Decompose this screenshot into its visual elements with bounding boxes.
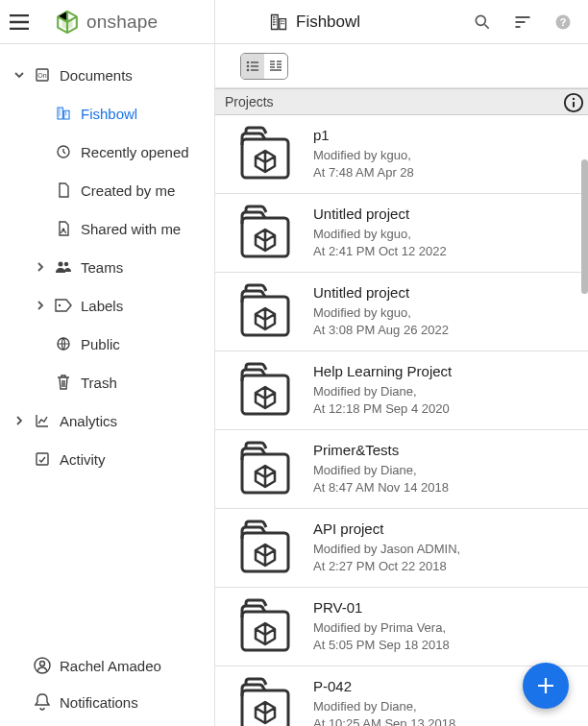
sidebar-item-shared-with-me[interactable]: Shared with me <box>0 209 214 248</box>
project-modified-by: Modified by kguo, <box>313 304 449 322</box>
project-modified-at: At 10:25 AM Sep 13 2018 <box>313 715 455 726</box>
project-row[interactable]: Help Learning ProjectModified by Diane,A… <box>215 351 588 430</box>
project-name: Untitled project <box>313 206 447 222</box>
svg-point-19 <box>573 98 575 100</box>
project-name: PRV-01 <box>313 599 450 616</box>
sidebar-item-label: Created by me <box>81 182 175 199</box>
sidebar-item-recently-opened[interactable]: Recently opened <box>0 133 214 171</box>
sidebar-item-labels[interactable]: Labels <box>0 286 214 325</box>
project-row[interactable]: Untitled projectModified by kguo,At 3:08… <box>215 273 588 351</box>
project-row[interactable]: API projectModified by Jason ADMIN,At 2:… <box>215 509 588 588</box>
svg-point-9 <box>64 262 68 266</box>
activity-icon <box>31 451 54 467</box>
project-folder-icon <box>236 283 294 341</box>
breadcrumb[interactable]: Fishbowl <box>269 12 471 32</box>
sidebar-item-label: Labels <box>81 298 123 314</box>
project-modified-at: At 2:41 PM Oct 12 2022 <box>313 243 447 260</box>
project-modified-by: Modified by Diane, <box>313 383 452 400</box>
svg-point-16 <box>247 64 250 67</box>
project-folder-icon <box>236 441 294 498</box>
sidebar-item-label: Fishbowl <box>81 106 137 122</box>
project-folder-icon <box>236 677 294 727</box>
project-modified-by: Modified by Prima Vera, <box>313 619 450 637</box>
sidebar-item-label: Trash <box>81 375 117 391</box>
project-modified-at: At 5:05 PM Sep 18 2018 <box>313 637 450 654</box>
plus-icon <box>535 675 556 696</box>
sidebar-item-label: Documents <box>60 67 133 84</box>
project-folder-icon <box>236 520 294 577</box>
section-header: Projects <box>215 88 588 115</box>
chevron-down-icon <box>8 69 31 81</box>
svg-point-10 <box>59 304 61 306</box>
project-name: p1 <box>313 127 414 143</box>
sidebar-item-label: Public <box>81 336 120 352</box>
view-toggle[interactable] <box>240 53 288 80</box>
section-header-label: Projects <box>225 94 274 109</box>
sidebar: On Documents Fishbowl Recently opened Cr… <box>0 44 215 726</box>
project-folder-icon <box>236 598 294 656</box>
sidebar-item-label: Teams <box>81 259 123 276</box>
svg-text:On: On <box>37 72 46 79</box>
help-icon[interactable]: ? <box>551 11 575 34</box>
svg-point-17 <box>247 68 250 71</box>
sidebar-item-activity[interactable]: Activity <box>0 440 214 478</box>
brand-name: onshape <box>86 12 158 33</box>
svg-point-14 <box>40 662 45 666</box>
create-button[interactable] <box>523 663 569 709</box>
onshape-logo-icon <box>54 9 81 36</box>
sidebar-item-analytics[interactable]: Analytics <box>0 401 214 440</box>
notifications-label: Notifications <box>60 694 138 711</box>
page-title: Fishbowl <box>296 12 360 32</box>
svg-point-15 <box>247 60 250 63</box>
sidebar-item-documents[interactable]: On Documents <box>0 56 214 94</box>
svg-point-1 <box>476 15 485 25</box>
chevron-right-icon <box>8 415 31 426</box>
project-row[interactable]: p1Modified by kguo,At 7:48 AM Apr 28 <box>215 115 588 194</box>
bell-icon <box>31 693 54 711</box>
project-modified-by: Modified by Diane, <box>313 462 449 479</box>
svg-point-8 <box>59 262 63 267</box>
teams-icon <box>52 259 75 275</box>
scrollbar-thumb[interactable] <box>581 159 588 294</box>
building-icon <box>269 12 288 32</box>
menu-icon[interactable] <box>6 9 33 36</box>
project-modified-by: Modified by kguo, <box>313 226 447 243</box>
search-icon[interactable] <box>471 11 494 34</box>
sidebar-item-public[interactable]: Public <box>0 325 214 363</box>
list-view-icon[interactable] <box>241 54 264 79</box>
project-modified-by: Modified by Jason ADMIN, <box>313 541 460 558</box>
project-row[interactable]: Primer&TestsModified by Diane,At 8:47 AM… <box>215 430 588 509</box>
chevron-right-icon <box>29 261 52 273</box>
sidebar-item-label: Activity <box>60 451 106 468</box>
sidebar-notifications[interactable]: Notifications <box>0 684 214 720</box>
project-modified-at: At 3:08 PM Aug 26 2022 <box>313 322 449 339</box>
project-row[interactable]: PRV-01Modified by Prima Vera,At 5:05 PM … <box>215 588 588 666</box>
project-modified-at: At 2:27 PM Oct 22 2018 <box>313 558 460 575</box>
project-name: P-042 <box>313 678 455 694</box>
project-modified-at: At 7:48 AM Apr 28 <box>313 164 414 182</box>
sidebar-item-trash[interactable]: Trash <box>0 363 214 401</box>
label-icon <box>52 299 75 312</box>
svg-rect-12 <box>37 453 48 465</box>
brand-logo[interactable]: onshape <box>54 9 158 36</box>
sort-icon[interactable] <box>511 11 534 34</box>
sidebar-item-label: Shared with me <box>81 221 181 237</box>
sidebar-item-fishbowl[interactable]: Fishbowl <box>0 94 214 133</box>
project-folder-icon <box>236 126 294 183</box>
info-icon[interactable] <box>561 90 586 115</box>
grid-view-icon[interactable] <box>264 54 287 79</box>
user-name: Rachel Amadeo <box>60 658 161 674</box>
sidebar-item-created-by-me[interactable]: Created by me <box>0 171 214 209</box>
content-toolbar <box>215 44 588 88</box>
project-name: API project <box>313 520 460 537</box>
documents-icon: On <box>31 67 54 83</box>
shared-doc-icon <box>52 221 75 236</box>
analytics-icon <box>31 413 54 428</box>
globe-icon <box>52 336 75 351</box>
sidebar-item-teams[interactable]: Teams <box>0 248 214 286</box>
sidebar-user[interactable]: Rachel Amadeo <box>0 647 214 684</box>
project-name: Untitled project <box>313 284 449 301</box>
project-row[interactable]: Untitled projectModified by kguo,At 2:41… <box>215 194 588 273</box>
building-icon <box>52 106 75 121</box>
sidebar-item-label: Analytics <box>60 413 117 429</box>
